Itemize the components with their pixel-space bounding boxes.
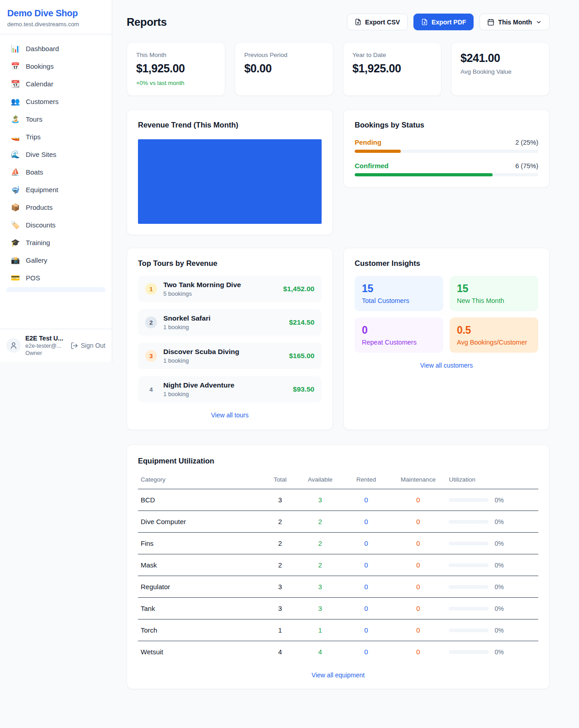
insight-label: Total Customers bbox=[362, 297, 436, 304]
utilization-percent: 0% bbox=[494, 583, 503, 591]
cell-total: 3 bbox=[262, 598, 298, 619]
stat-change: +0% vs last month bbox=[136, 80, 216, 86]
cell-maintenance: 0 bbox=[390, 619, 446, 641]
cell-maintenance: 0 bbox=[390, 554, 446, 576]
sidebar-item-training[interactable]: 🎓Training bbox=[5, 234, 107, 251]
sidebar-item-discounts[interactable]: 🏷️Discounts bbox=[5, 216, 107, 234]
status-bar-fill bbox=[355, 173, 493, 176]
cell-total: 2 bbox=[262, 554, 298, 576]
sidebar-item-trips[interactable]: 🚤Trips bbox=[5, 128, 107, 146]
sidebar-item-label: Dive Sites bbox=[26, 151, 57, 158]
rank-badge: 4 bbox=[145, 383, 157, 395]
cell-maintenance: 0 bbox=[390, 511, 446, 533]
cell-rented: 0 bbox=[342, 511, 390, 533]
cell-total: 2 bbox=[262, 533, 298, 554]
view-all-tours-link[interactable]: View all tours bbox=[138, 411, 322, 419]
sidebar-item-boats[interactable]: ⛵Boats bbox=[5, 163, 107, 181]
cell-category: Dive Computer bbox=[138, 511, 262, 533]
cell-total: 3 bbox=[262, 576, 298, 598]
utilization-bar bbox=[449, 498, 489, 502]
user-role: Owner bbox=[25, 350, 66, 356]
discounts-icon: 🏷️ bbox=[11, 221, 20, 229]
rank-badge: 1 bbox=[145, 283, 157, 295]
sidebar-item-label: Customers bbox=[26, 98, 59, 105]
tour-revenue: $1,452.00 bbox=[283, 285, 314, 293]
sidebar-item-products[interactable]: 📦Products bbox=[5, 199, 107, 216]
utilization-percent: 0% bbox=[494, 562, 503, 569]
table-row: Wetsuit 4 4 0 0 0% bbox=[138, 641, 538, 663]
tour-revenue: $93.50 bbox=[293, 385, 314, 393]
insight-value: 15 bbox=[362, 283, 436, 295]
stat-card-year-to-date: Year to Date $1,925.00 bbox=[343, 42, 441, 96]
tour-name: Two Tank Morning Dive bbox=[163, 281, 277, 289]
dashboard-icon: 📊 bbox=[11, 44, 20, 53]
stat-card-this-month: This Month $1,925.00 +0% vs last month bbox=[127, 42, 225, 96]
page-title: Reports bbox=[127, 16, 167, 28]
file-download-icon bbox=[355, 19, 361, 25]
period-selector[interactable]: This Month bbox=[479, 14, 550, 30]
sidebar-user-footer: E2E Test U... e2e-tester@... Owner Sign … bbox=[0, 329, 112, 362]
insight-value: 0 bbox=[362, 324, 436, 336]
equipment-icon: 🤿 bbox=[11, 185, 20, 194]
tour-revenue: $165.00 bbox=[289, 352, 314, 360]
tour-bookings: 1 booking bbox=[163, 391, 287, 397]
sidebar-item-tours[interactable]: 🏝️Tours bbox=[5, 110, 107, 128]
cell-category: Torch bbox=[138, 619, 262, 641]
revenue-trend-title: Revenue Trend (This Month) bbox=[138, 121, 322, 129]
sidebar-item-dashboard[interactable]: 📊Dashboard bbox=[5, 40, 107, 57]
cell-rented: 0 bbox=[342, 554, 390, 576]
sidebar-item-bookings[interactable]: 📅Bookings bbox=[5, 57, 107, 75]
sidebar-item-label: Boats bbox=[26, 168, 43, 176]
column-header-total: Total bbox=[262, 472, 298, 489]
sidebar-item-reports-partial[interactable] bbox=[6, 287, 105, 292]
customer-insights-title: Customer Insights bbox=[355, 259, 538, 268]
cell-category: Regulator bbox=[138, 576, 262, 598]
revenue-trend-card: Revenue Trend (This Month) bbox=[127, 109, 333, 235]
customer-insights-card: Customer Insights 15 Total Customers 15 … bbox=[343, 248, 550, 430]
stat-cards: This Month $1,925.00 +0% vs last month P… bbox=[127, 42, 550, 96]
trips-icon: 🚤 bbox=[11, 132, 20, 141]
gallery-icon: 📸 bbox=[11, 256, 20, 265]
chevron-down-icon bbox=[536, 19, 542, 25]
revenue-trend-chart bbox=[138, 139, 322, 224]
header-actions: Export CSV Export PDF This Month bbox=[347, 14, 550, 30]
cell-rented: 0 bbox=[342, 576, 390, 598]
view-all-customers-link[interactable]: View all customers bbox=[355, 362, 538, 369]
tour-name: Night Dive Adventure bbox=[163, 381, 287, 389]
cell-maintenance: 0 bbox=[390, 489, 446, 511]
cell-category: Mask bbox=[138, 554, 262, 576]
export-pdf-button[interactable]: Export PDF bbox=[413, 14, 474, 30]
sidebar-item-equipment[interactable]: 🤿Equipment bbox=[5, 181, 107, 199]
status-row-confirmed: Confirmed 6 (75%) bbox=[355, 162, 538, 176]
insight-label: Avg Bookings/Customer bbox=[457, 339, 531, 346]
utilization-bar bbox=[449, 650, 489, 654]
tour-list-item: 3 Discover Scuba Diving1 booking $165.00 bbox=[138, 343, 322, 369]
stat-card-previous-period: Previous Period $0.00 bbox=[235, 42, 333, 96]
calendar-icon: 📆 bbox=[11, 80, 20, 88]
table-row: Torch 1 1 0 0 0% bbox=[138, 619, 538, 641]
stat-label: Previous Period bbox=[244, 52, 324, 58]
sidebar-item-label: Equipment bbox=[26, 186, 58, 194]
cell-available: 3 bbox=[298, 489, 342, 511]
status-label: Pending bbox=[355, 138, 381, 146]
calendar-icon bbox=[487, 19, 494, 26]
sidebar-item-label: POS bbox=[26, 274, 40, 282]
sidebar-item-gallery[interactable]: 📸Gallery bbox=[5, 251, 107, 269]
sidebar-item-dive-sites[interactable]: 🌊Dive Sites bbox=[5, 146, 107, 163]
utilization-percent: 0% bbox=[494, 627, 503, 634]
view-all-equipment-link[interactable]: View all equipment bbox=[138, 671, 538, 679]
utilization-percent: 0% bbox=[494, 518, 503, 525]
status-bar-fill bbox=[355, 150, 401, 153]
table-header-row: Category Total Available Rented Maintena… bbox=[138, 472, 538, 489]
cell-category: Fins bbox=[138, 533, 262, 554]
sidebar-item-calendar[interactable]: 📆Calendar bbox=[5, 75, 107, 93]
status-row-pending: Pending 2 (25%) bbox=[355, 138, 538, 153]
table-row: Fins 2 2 0 0 0% bbox=[138, 533, 538, 554]
sidebar-item-pos[interactable]: 💳POS bbox=[5, 269, 107, 287]
file-download-icon bbox=[421, 19, 428, 25]
sign-out-button[interactable]: Sign Out bbox=[71, 342, 105, 350]
tour-name: Snorkel Safari bbox=[163, 314, 283, 322]
page-header: Reports Export CSV Export PDF This Month bbox=[127, 14, 550, 30]
sidebar-item-customers[interactable]: 👥Customers bbox=[5, 93, 107, 110]
export-csv-button[interactable]: Export CSV bbox=[347, 14, 408, 30]
